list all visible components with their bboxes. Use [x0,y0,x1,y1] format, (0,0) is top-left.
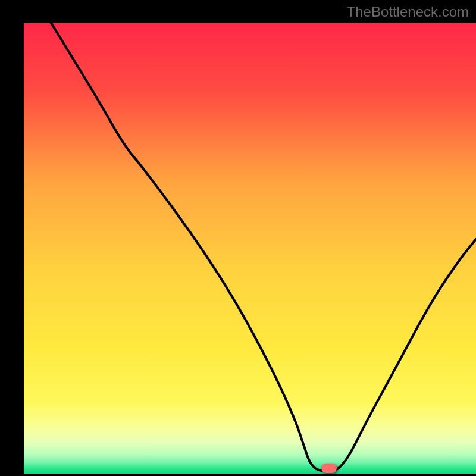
watermark-text: TheBottleneck.com [347,4,469,20]
optimal-point-marker [321,464,337,473]
bottleneck-chart: TheBottleneck.com [0,0,476,476]
chart-svg [0,0,476,476]
